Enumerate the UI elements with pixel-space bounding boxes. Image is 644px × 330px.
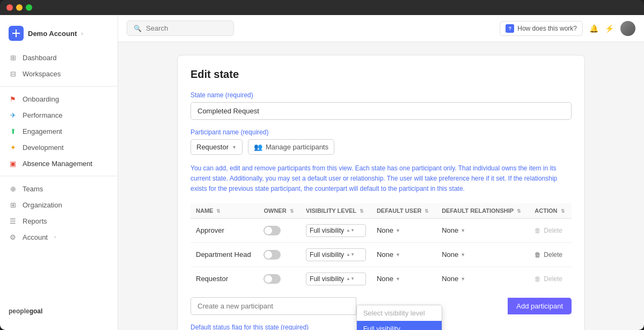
sidebar-item-dashboard[interactable]: ⊞ Dashboard: [0, 49, 118, 66]
vis-arrow-requestor: ▲▼: [346, 276, 355, 281]
default-rel-approver[interactable]: None ▼: [442, 226, 524, 234]
nav-divider-2: [0, 176, 118, 176]
people-icon: ⊕: [9, 184, 17, 193]
chart-icon: ⬆: [9, 127, 17, 135]
visibility-popup: Select visibility level Full visibility …: [356, 305, 442, 330]
sort-icon-vis[interactable]: ⇅: [360, 209, 364, 214]
sidebar-bottom: peoplegoal: [0, 299, 118, 324]
lightning-icon[interactable]: ⚡: [605, 24, 614, 33]
owner-toggle-depthead[interactable]: [264, 250, 281, 260]
row-rel-approver: None ▼: [436, 218, 529, 242]
state-name-input[interactable]: [191, 102, 572, 120]
sidebar-item-teams[interactable]: ⊕ Teams: [0, 181, 118, 197]
participant-select-value: Requestor: [196, 143, 229, 151]
new-participant-input[interactable]: [191, 297, 356, 315]
arrow-rel-approver: ▼: [460, 228, 465, 233]
row-action-requestor: 🗑 Delete: [529, 267, 572, 291]
visibility-options: Select visibility level Full visibility …: [357, 305, 442, 330]
participants-table: NAME ⇅ OWNER ⇅ VISIBILITY LEVEL ⇅: [191, 203, 572, 291]
sidebar-item-absence[interactable]: ▣ Absence Management: [0, 155, 118, 171]
sort-icon-owner[interactable]: ⇅: [290, 209, 294, 214]
manage-participants-button[interactable]: 👥 Manage participants: [248, 139, 334, 155]
topbar: 🔍 ? How does this work? 🔔 ⚡: [118, 15, 644, 42]
help-label: How does this work?: [517, 25, 577, 32]
page-title: Edit state: [191, 68, 572, 81]
edit-panel: Edit state State name (required) Partici…: [177, 55, 585, 330]
default-user-depthead[interactable]: None ▼: [377, 250, 431, 259]
minimize-button[interactable]: [16, 4, 23, 11]
delete-depthead-button[interactable]: 🗑 Delete: [535, 251, 562, 259]
default-rel-depthead[interactable]: None ▼: [442, 250, 524, 259]
row-user-approver: None ▼: [371, 218, 436, 242]
account-name: Demo Account: [28, 30, 77, 38]
search-box[interactable]: 🔍: [127, 20, 234, 36]
new-participant-section: Select visibility level Full visibility …: [191, 297, 572, 315]
sidebar-item-development[interactable]: ✦ Development: [0, 139, 118, 155]
visibility-dropdown-depthead[interactable]: Full visibility ▲▼: [306, 248, 366, 261]
table-row: Department Head Full visibility ▲▼: [191, 242, 572, 267]
col-name: NAME ⇅: [191, 203, 258, 219]
nav-divider-1: [0, 86, 118, 87]
row-vis-approver: Full visibility ▲▼: [301, 218, 371, 242]
sort-icon-action[interactable]: ⇅: [561, 209, 565, 214]
participant-select[interactable]: Requestor ▼: [191, 139, 243, 155]
bell-icon[interactable]: 🔔: [589, 24, 598, 33]
visibility-dropdown-approver[interactable]: Full visibility ▲▼: [306, 224, 366, 237]
arrow-user-approver: ▼: [396, 228, 400, 233]
row-user-depthead: None ▼: [371, 242, 436, 267]
sidebar-item-performance[interactable]: ✈ Performance: [0, 107, 118, 123]
col-action: ACTION ⇅: [529, 203, 572, 219]
row-action-approver: 🗑 Delete: [529, 218, 572, 242]
participant-name-group: Participant name (required) Requestor ▼ …: [191, 128, 572, 155]
sort-icon-name[interactable]: ⇅: [216, 209, 221, 214]
row-name-approver: Approver: [191, 218, 258, 242]
add-participant-button[interactable]: Add participant: [508, 298, 572, 314]
sidebar-item-onboarding[interactable]: ⚑ Onboarding: [0, 91, 118, 107]
state-name-group: State name (required): [191, 91, 572, 120]
sort-icon-user[interactable]: ⇅: [425, 209, 429, 214]
search-icon: 🔍: [134, 25, 142, 32]
sidebar-label-account: Account: [23, 233, 48, 241]
sidebar-label-organization: Organization: [23, 201, 62, 209]
default-rel-requestor[interactable]: None ▼: [442, 275, 524, 283]
sidebar-item-organization[interactable]: ⊞ Organization: [0, 197, 118, 213]
app-logo: [9, 26, 24, 41]
col-owner: OWNER ⇅: [258, 203, 301, 219]
sidebar-item-workspaces[interactable]: ⊟ Workspaces: [0, 66, 118, 82]
sidebar-label-reports: Reports: [23, 217, 47, 225]
sidebar-label-development: Development: [23, 144, 64, 152]
peoplegoal-logo: peoplegoal: [9, 307, 109, 315]
close-button[interactable]: [6, 4, 13, 11]
new-participant-row: Select visibility level Full visibility …: [191, 297, 572, 315]
user-avatar[interactable]: [620, 21, 635, 36]
sidebar-header[interactable]: Demo Account ›: [0, 21, 118, 49]
maximize-button[interactable]: [26, 4, 32, 11]
content-area: Edit state State name (required) Partici…: [118, 42, 644, 330]
topbar-right: ? How does this work? 🔔 ⚡: [500, 21, 635, 36]
sidebar-item-engagement[interactable]: ⬆ Engagement: [0, 123, 118, 139]
vis-option-select[interactable]: Select visibility level: [357, 305, 442, 321]
chevron-right-icon: ›: [81, 31, 83, 37]
help-button[interactable]: ? How does this work?: [500, 21, 583, 36]
default-user-approver[interactable]: None ▼: [377, 226, 431, 234]
bird-icon: ✦: [9, 143, 17, 152]
default-user-requestor[interactable]: None ▼: [377, 275, 431, 283]
owner-toggle-requestor[interactable]: [264, 274, 281, 284]
help-icon: ?: [506, 24, 514, 33]
delete-requestor-button[interactable]: 🗑 Delete: [535, 275, 562, 283]
vis-option-full[interactable]: Full visibility: [357, 321, 442, 330]
search-input[interactable]: [146, 24, 227, 32]
sidebar-item-account[interactable]: ⚙ Account ›: [0, 229, 118, 245]
owner-toggle-approver[interactable]: [264, 226, 281, 235]
gear-icon: ⚙: [9, 233, 17, 241]
sidebar-item-reports[interactable]: ☰ Reports: [0, 213, 118, 229]
arrow-rel-depthead: ▼: [460, 252, 465, 257]
trash-icon-approver: 🗑: [535, 227, 541, 234]
org-icon: ⊞: [9, 200, 17, 209]
row-owner-depthead: [258, 242, 301, 267]
visibility-dropdown-requestor[interactable]: Full visibility ▲▼: [306, 272, 366, 285]
delete-approver-button[interactable]: 🗑 Delete: [535, 227, 562, 234]
sort-icon-rel[interactable]: ⇅: [517, 209, 521, 214]
info-text: You can add, edit and remove participant…: [191, 163, 572, 195]
col-default-rel: DEFAULT RELATIONSHIP ⇅: [436, 203, 529, 219]
